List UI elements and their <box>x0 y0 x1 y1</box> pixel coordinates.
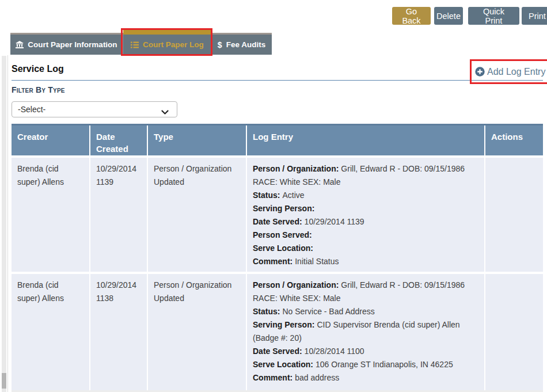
dollar-icon: $ <box>218 40 222 50</box>
header-actions: Actions <box>485 125 543 155</box>
bank-icon <box>16 41 24 48</box>
log-field-value: bad address <box>295 373 339 382</box>
log-field-label: Serving Person: <box>253 204 314 213</box>
log-field-label: Serving Person: <box>253 320 314 329</box>
header-type: Type <box>148 125 246 155</box>
chevron-down-icon <box>161 108 169 117</box>
scrollbar-thumb[interactable] <box>2 373 6 389</box>
header-log-entry: Log Entry <box>247 125 484 155</box>
log-field-label: Person Served: <box>253 230 312 239</box>
table-header-row: Creator Date Created Type Log Entry Acti… <box>12 124 543 155</box>
tab-bar: Court Paper Information Court Paper Log … <box>10 33 272 55</box>
panel-left-border <box>7 55 8 392</box>
cell-log-entry: Person / Organization:Grill, Edward R - … <box>247 274 484 390</box>
log-field-label: Status: <box>253 191 280 200</box>
cell-actions <box>485 158 543 272</box>
log-field-label: Serve Location: <box>253 243 313 253</box>
log-field-value: 106 Orange ST Indianapolis, IN 46225 <box>316 360 453 369</box>
cell-type: Person / Organization Updated <box>148 158 246 272</box>
log-field-value: No Service - Bad Address <box>282 307 374 316</box>
cell-log-entry: Person / Organization:Grill, Edward R - … <box>247 158 484 272</box>
log-field-label: Comment: <box>253 373 293 382</box>
table-row: Brenda (cid super) Allens 10/29/2014 113… <box>12 158 543 272</box>
delete-button[interactable]: Delete <box>434 7 463 25</box>
log-field-value: 10/28/2014 1100 <box>305 347 364 356</box>
tab-fee-audits[interactable]: $ Fee Audits <box>211 35 271 55</box>
tab-label: Fee Audits <box>226 40 266 49</box>
print-button[interactable]: Print <box>522 7 547 25</box>
log-field-label: Comment: <box>253 257 293 266</box>
scrollbar-track[interactable] <box>2 56 6 392</box>
active-tab-indicator <box>123 30 211 35</box>
log-field-label: Date Served: <box>253 217 302 226</box>
table-row: Brenda (cid super) Allens 10/29/2014 113… <box>12 274 543 390</box>
go-back-button[interactable]: Go Back <box>392 7 431 25</box>
type-filter-select[interactable]: -Select- <box>12 101 177 117</box>
list-icon <box>131 41 139 48</box>
log-field-label: Person / Organization: <box>253 280 339 290</box>
section-divider <box>12 80 543 81</box>
plus-circle-icon <box>475 67 485 77</box>
cell-date-created: 10/29/2014 1138 <box>90 274 147 390</box>
tab-court-paper-log[interactable]: Court Paper Log <box>123 35 211 55</box>
filter-by-type-label: Filter By Type <box>12 85 65 94</box>
tab-label: Court Paper Log <box>143 40 204 49</box>
header-creator: Creator <box>12 125 89 155</box>
add-log-entry-label: Add Log Entry <box>487 67 545 77</box>
add-log-entry-button[interactable]: Add Log Entry <box>475 63 545 80</box>
tab-label: Court Paper Information <box>28 40 117 49</box>
cell-date-created: 10/29/2014 1139 <box>90 158 147 272</box>
cell-creator: Brenda (cid super) Allens <box>12 158 89 272</box>
cell-type: Person / Organization Updated <box>148 274 246 390</box>
log-field-label: Status: <box>253 307 280 316</box>
log-field-label: Date Served: <box>253 347 302 356</box>
service-log-table: Creator Date Created Type Log Entry Acti… <box>12 124 543 390</box>
header-date-created: Date Created <box>90 125 147 155</box>
cell-actions <box>485 274 543 390</box>
section-title: Service Log <box>12 64 64 74</box>
select-value: -Select- <box>18 105 45 114</box>
log-field-label: Serve Location: <box>253 360 313 369</box>
log-field-value: 10/29/2014 1139 <box>305 217 364 226</box>
log-field-value: Active <box>282 191 304 200</box>
cell-creator: Brenda (cid super) Allens <box>12 274 89 390</box>
quick-print-button[interactable]: Quick Print <box>468 7 519 25</box>
tab-court-paper-information[interactable]: Court Paper Information <box>10 35 123 55</box>
log-field-label: Person / Organization: <box>253 164 339 173</box>
log-field-value: Initial Status <box>295 257 339 266</box>
